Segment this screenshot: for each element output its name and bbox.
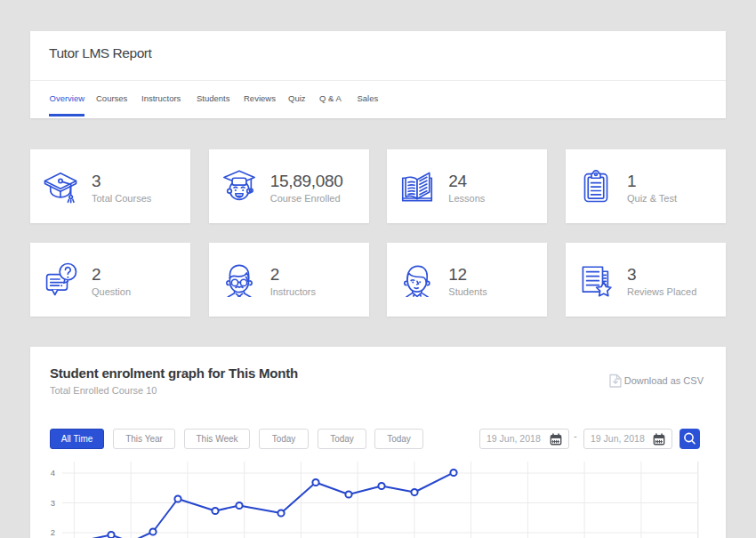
svg-text:4: 4	[51, 468, 55, 478]
svg-text:3: 3	[51, 498, 55, 508]
svg-text:2: 2	[51, 527, 55, 537]
